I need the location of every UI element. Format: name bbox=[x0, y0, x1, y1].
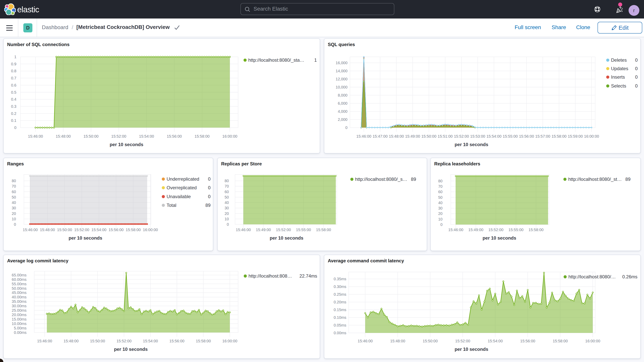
svg-text:70: 70 bbox=[438, 184, 442, 188]
svg-text:15:54:00: 15:54:00 bbox=[486, 134, 502, 138]
svg-text:0.4: 0.4 bbox=[11, 97, 16, 102]
svg-text:45.00ms: 45.00ms bbox=[12, 290, 26, 295]
svg-text:15:58:00: 15:58:00 bbox=[194, 134, 210, 138]
svg-text:10,000: 10,000 bbox=[336, 85, 348, 89]
svg-text:80: 80 bbox=[438, 179, 442, 183]
svg-text:20: 20 bbox=[438, 212, 442, 216]
svg-text:16:00:00: 16:00:00 bbox=[222, 339, 237, 343]
svg-text:1: 1 bbox=[14, 55, 16, 59]
svg-text:0.30ms: 0.30ms bbox=[334, 284, 346, 289]
svg-text:15:49:00: 15:49:00 bbox=[405, 134, 420, 138]
svg-text:55.00ms: 55.00ms bbox=[12, 282, 26, 286]
svg-text:per 10 seconds: per 10 seconds bbox=[455, 346, 488, 352]
svg-text:6,000: 6,000 bbox=[338, 101, 348, 106]
svg-text:15:56:00: 15:56:00 bbox=[167, 134, 182, 138]
svg-text:15:52:00: 15:52:00 bbox=[111, 134, 126, 138]
svg-text:0: 0 bbox=[227, 222, 229, 226]
svg-text:20: 20 bbox=[225, 212, 229, 216]
svg-text:60: 60 bbox=[225, 190, 229, 194]
svg-text:10: 10 bbox=[12, 217, 16, 221]
svg-text:15:52:00: 15:52:00 bbox=[454, 134, 469, 138]
svg-text:0.05ms: 0.05ms bbox=[334, 323, 346, 327]
svg-text:per 10 seconds: per 10 seconds bbox=[482, 235, 516, 240]
svg-text:0.15ms: 0.15ms bbox=[334, 308, 346, 312]
svg-text:15:56:00: 15:56:00 bbox=[170, 339, 184, 343]
svg-text:15:52:00: 15:52:00 bbox=[488, 228, 504, 232]
svg-text:0.9: 0.9 bbox=[11, 62, 16, 66]
svg-text:15:58:00: 15:58:00 bbox=[196, 339, 211, 343]
svg-text:15:55:00: 15:55:00 bbox=[503, 134, 518, 138]
svg-text:15:48:00: 15:48:00 bbox=[64, 339, 79, 343]
svg-text:15:56:00: 15:56:00 bbox=[519, 134, 534, 138]
svg-text:0.6: 0.6 bbox=[11, 83, 16, 87]
svg-text:30: 30 bbox=[12, 206, 16, 210]
svg-text:0.8: 0.8 bbox=[11, 69, 16, 73]
svg-text:15:52:00: 15:52:00 bbox=[74, 228, 89, 232]
svg-text:per 10 seconds: per 10 seconds bbox=[69, 235, 102, 240]
svg-text:35.00ms: 35.00ms bbox=[12, 299, 26, 304]
svg-text:25.00ms: 25.00ms bbox=[12, 308, 26, 312]
svg-text:15:56:00: 15:56:00 bbox=[108, 228, 124, 232]
svg-text:15:50:00: 15:50:00 bbox=[423, 339, 438, 343]
svg-text:15:52:00: 15:52:00 bbox=[455, 339, 470, 343]
svg-text:16:00:00: 16:00:00 bbox=[222, 134, 237, 138]
svg-text:2,000: 2,000 bbox=[338, 118, 348, 122]
svg-text:14,000: 14,000 bbox=[336, 69, 348, 73]
svg-text:15:54:00: 15:54:00 bbox=[488, 339, 503, 343]
svg-text:0.20ms: 0.20ms bbox=[334, 300, 346, 304]
svg-text:20: 20 bbox=[12, 212, 16, 216]
svg-text:15:54:00: 15:54:00 bbox=[143, 339, 158, 343]
svg-text:12,000: 12,000 bbox=[336, 77, 348, 81]
svg-text:50.00ms: 50.00ms bbox=[12, 286, 26, 290]
svg-text:15:58:00: 15:58:00 bbox=[316, 228, 331, 232]
svg-text:15:46:00: 15:46:00 bbox=[37, 339, 52, 343]
svg-text:15:46:00: 15:46:00 bbox=[23, 228, 38, 232]
svg-text:0.5: 0.5 bbox=[11, 90, 16, 94]
svg-text:8,000: 8,000 bbox=[338, 93, 348, 97]
svg-text:70: 70 bbox=[12, 184, 16, 188]
svg-text:16:00:00: 16:00:00 bbox=[585, 339, 600, 343]
svg-text:per 10 seconds: per 10 seconds bbox=[455, 142, 488, 147]
svg-text:0: 0 bbox=[14, 126, 16, 130]
svg-text:15:48:00: 15:48:00 bbox=[390, 339, 405, 343]
svg-text:4,000: 4,000 bbox=[338, 109, 348, 114]
svg-text:15:47:00: 15:47:00 bbox=[372, 134, 388, 138]
svg-text:15:46:00: 15:46:00 bbox=[28, 134, 43, 138]
svg-text:15:55:00: 15:55:00 bbox=[508, 228, 524, 232]
svg-text:15:48:00: 15:48:00 bbox=[389, 134, 404, 138]
svg-text:15:54:00: 15:54:00 bbox=[139, 134, 154, 138]
svg-text:5.00ms: 5.00ms bbox=[14, 326, 26, 330]
svg-text:40: 40 bbox=[225, 200, 229, 205]
svg-text:40.00ms: 40.00ms bbox=[12, 295, 26, 299]
svg-text:60: 60 bbox=[12, 190, 16, 194]
svg-text:0.25ms: 0.25ms bbox=[334, 292, 346, 296]
svg-text:16:00:00: 16:00:00 bbox=[584, 134, 599, 138]
svg-text:0: 0 bbox=[440, 222, 442, 227]
svg-text:30.00ms: 30.00ms bbox=[12, 304, 26, 308]
svg-text:15:46:00: 15:46:00 bbox=[358, 339, 373, 343]
svg-text:20.00ms: 20.00ms bbox=[12, 313, 26, 317]
svg-text:40: 40 bbox=[12, 200, 16, 205]
svg-text:0.00ms: 0.00ms bbox=[14, 330, 26, 335]
svg-text:60: 60 bbox=[438, 190, 442, 194]
svg-text:15:59:00: 15:59:00 bbox=[568, 134, 583, 138]
svg-text:15:48:00: 15:48:00 bbox=[40, 228, 55, 232]
svg-text:10: 10 bbox=[438, 217, 442, 221]
svg-text:15:50:00: 15:50:00 bbox=[57, 228, 72, 232]
svg-text:15:46:00: 15:46:00 bbox=[448, 228, 463, 232]
svg-text:10: 10 bbox=[225, 217, 229, 221]
svg-text:0.3: 0.3 bbox=[11, 104, 16, 108]
svg-text:50: 50 bbox=[225, 195, 229, 199]
svg-text:15:58:00: 15:58:00 bbox=[126, 228, 141, 232]
svg-text:15:58:00: 15:58:00 bbox=[552, 134, 566, 138]
svg-text:per 10 seconds: per 10 seconds bbox=[114, 346, 148, 352]
svg-text:70: 70 bbox=[225, 184, 229, 188]
svg-text:0: 0 bbox=[345, 126, 348, 130]
svg-text:15:50:00: 15:50:00 bbox=[84, 134, 98, 138]
svg-text:0.7: 0.7 bbox=[11, 76, 16, 80]
svg-text:30: 30 bbox=[225, 206, 229, 210]
svg-text:65.00ms: 65.00ms bbox=[12, 273, 26, 277]
svg-text:0.10ms: 0.10ms bbox=[334, 315, 346, 320]
svg-text:0.1: 0.1 bbox=[11, 118, 16, 122]
svg-text:50: 50 bbox=[438, 195, 442, 200]
